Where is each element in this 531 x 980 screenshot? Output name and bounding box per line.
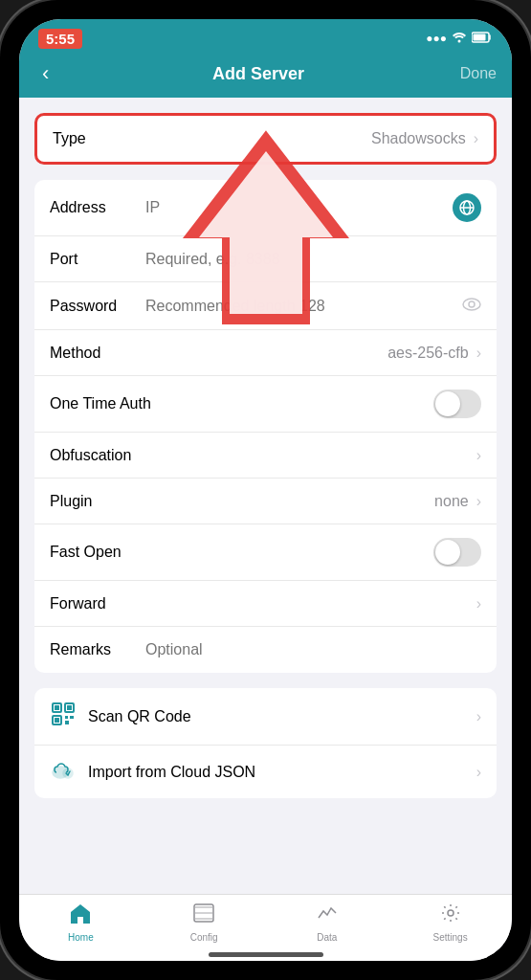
import-cloud-chevron: ›	[476, 764, 481, 781]
port-input[interactable]	[145, 251, 481, 268]
svg-rect-2	[474, 33, 486, 40]
import-cloud-row[interactable]: Import from Cloud JSON ›	[34, 746, 497, 798]
port-label: Port	[50, 251, 145, 268]
status-bar: 5:55 ●●●	[19, 19, 512, 54]
password-input[interactable]	[145, 298, 456, 315]
tab-bar: Home Config Data	[19, 894, 512, 961]
obfuscation-row[interactable]: Obfuscation ›	[34, 433, 497, 479]
svg-rect-16	[65, 716, 68, 719]
tab-home[interactable]: Home	[19, 902, 143, 943]
type-value[interactable]: Shadowsocks ›	[148, 130, 478, 147]
action-section: Scan QR Code › Import from Cloud JSON	[34, 688, 497, 798]
fast-open-label: Fast Open	[50, 544, 145, 561]
forward-value[interactable]: ›	[145, 595, 481, 612]
type-label: Type	[53, 130, 148, 147]
status-icons: ●●●	[426, 32, 493, 46]
phone-frame: 5:55 ●●●	[0, 0, 531, 980]
method-row[interactable]: Method aes-256-cfb ›	[34, 330, 497, 376]
one-time-auth-row[interactable]: One Time Auth	[34, 376, 497, 433]
eye-icon[interactable]	[462, 296, 481, 316]
obfuscation-chevron: ›	[476, 447, 481, 464]
fast-open-thumb	[435, 540, 460, 565]
method-value[interactable]: aes-256-cfb ›	[145, 345, 481, 362]
import-cloud-label: Import from Cloud JSON	[88, 764, 461, 781]
type-section[interactable]: Type Shadowsocks ›	[34, 113, 497, 165]
obfuscation-value[interactable]: ›	[145, 447, 481, 464]
main-form-section: Address Port	[34, 180, 497, 673]
tab-settings-label: Settings	[433, 932, 468, 943]
svg-point-0	[458, 39, 461, 42]
phone-screen: 5:55 ●●●	[19, 19, 512, 961]
settings-icon	[440, 902, 461, 929]
page-title: Add Server	[212, 64, 304, 84]
svg-rect-17	[70, 716, 74, 719]
data-icon	[317, 902, 338, 929]
plugin-value[interactable]: none ›	[145, 493, 481, 510]
forward-chevron: ›	[476, 595, 481, 612]
home-indicator	[209, 952, 323, 957]
wifi-icon	[452, 32, 467, 46]
svg-point-22	[448, 910, 454, 916]
cloud-icon	[50, 759, 77, 785]
done-button[interactable]: Done	[460, 65, 497, 82]
type-row[interactable]: Type Shadowsocks ›	[37, 116, 494, 162]
method-chevron: ›	[476, 345, 481, 362]
obfuscation-label: Obfuscation	[50, 447, 145, 464]
tab-data-label: Data	[317, 932, 337, 943]
type-chevron: ›	[474, 130, 478, 147]
forward-row[interactable]: Forward ›	[34, 581, 497, 627]
nav-bar: ‹ Add Server Done	[19, 54, 512, 98]
content-area: Type Shadowsocks ›	[19, 98, 512, 894]
toggle-thumb	[435, 391, 460, 416]
svg-rect-18	[65, 721, 69, 724]
svg-point-8	[463, 299, 480, 310]
tab-home-label: Home	[68, 932, 94, 943]
remarks-row[interactable]: Remarks	[34, 627, 497, 673]
password-label: Password	[50, 298, 145, 315]
config-icon	[193, 902, 214, 929]
svg-rect-11	[55, 705, 59, 710]
svg-rect-15	[55, 718, 59, 723]
back-button[interactable]: ‹	[34, 61, 56, 86]
svg-point-20	[63, 768, 73, 778]
one-time-auth-label: One Time Auth	[50, 395, 151, 412]
remarks-input[interactable]	[145, 641, 481, 658]
address-label: Address	[50, 199, 145, 216]
tab-data[interactable]: Data	[266, 902, 389, 943]
scan-qr-chevron: ›	[476, 708, 481, 725]
battery-icon	[472, 32, 493, 46]
svg-rect-13	[67, 705, 72, 710]
address-input[interactable]	[145, 199, 453, 216]
port-row[interactable]: Port	[34, 236, 497, 282]
tab-config[interactable]: Config	[143, 902, 266, 943]
fast-open-toggle[interactable]	[433, 538, 481, 567]
scan-qr-icon	[50, 702, 77, 731]
password-row[interactable]: Password	[34, 282, 497, 330]
svg-point-9	[469, 301, 475, 307]
one-time-auth-toggle[interactable]	[433, 390, 481, 418]
forward-label: Forward	[50, 595, 145, 612]
plugin-row[interactable]: Plugin none ›	[34, 479, 497, 524]
tab-config-label: Config	[190, 932, 218, 943]
signal-icon: ●●●	[426, 32, 447, 45]
home-icon	[69, 902, 92, 929]
remarks-label: Remarks	[50, 641, 145, 658]
plugin-chevron: ›	[476, 493, 481, 510]
address-row[interactable]: Address	[34, 180, 497, 236]
scan-qr-row[interactable]: Scan QR Code ›	[34, 688, 497, 746]
plugin-label: Plugin	[50, 493, 145, 510]
tab-settings[interactable]: Settings	[388, 902, 512, 943]
scan-qr-label: Scan QR Code	[88, 708, 461, 725]
status-time: 5:55	[38, 29, 82, 49]
fast-open-row[interactable]: Fast Open	[34, 524, 497, 581]
method-label: Method	[50, 345, 145, 362]
globe-button[interactable]	[453, 193, 481, 222]
